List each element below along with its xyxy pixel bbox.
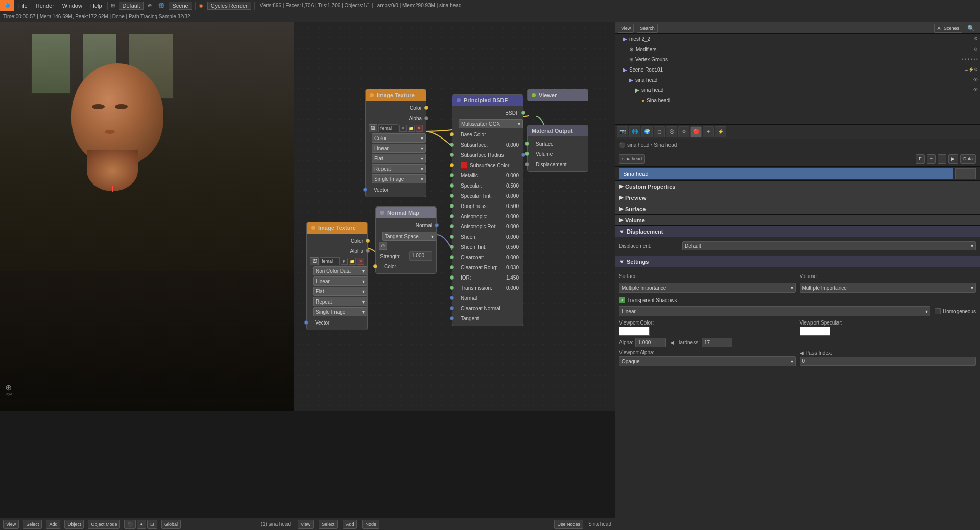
node-editor-panel[interactable]: Image Texture Color Alpha 🖼 femal F 📁 ✕ [294, 22, 615, 411]
node-2-f-btn[interactable]: F [341, 258, 348, 265]
props-mat-type-btn[interactable]: sina head [619, 154, 645, 164]
node-nm-tangent-dropdown-row[interactable]: Tangent Space▾ [379, 232, 433, 241]
section-custom-props[interactable]: ▶ Custom Properties [615, 181, 980, 192]
node-2-repeat-dropdown-row[interactable]: Repeat▾ [310, 297, 364, 306]
node-2-linear-dropdown[interactable]: Linear▾ [313, 276, 367, 286]
add-menu[interactable]: Add [46, 520, 60, 529]
node-1-f-btn[interactable]: F [399, 125, 407, 132]
node-1-color-dropdown-row[interactable]: Color▾ [369, 133, 423, 143]
node-nm-strength-input[interactable]: 1.000 [409, 251, 432, 261]
node-1-close-btn[interactable]: ✕ [416, 125, 423, 132]
node-1-singleimage-dropdown[interactable]: Single Image▾ [372, 174, 426, 183]
node-2-singleimage-dropdown[interactable]: Single Image▾ [313, 307, 367, 316]
settings-pi-input[interactable]: 0 [800, 357, 976, 366]
section-preview[interactable]: ▶ Preview [615, 192, 980, 203]
settings-vp-specular-swatch[interactable] [800, 327, 830, 336]
props-mat-f-btn[interactable]: F [916, 154, 925, 164]
settings-linear-dropdown[interactable]: Linear ▾ [619, 306, 930, 316]
node-1-file-name[interactable]: femal [378, 124, 398, 132]
menu-help[interactable]: Help [86, 0, 106, 11]
settings-alpha-input[interactable]: 1.000 [635, 338, 666, 347]
props-icon-physics[interactable]: ⚡ [715, 126, 726, 137]
node-material-output[interactable]: Material Output Surface Volume Displacem… [527, 125, 588, 172]
props-icon-object[interactable]: ◻ [654, 126, 665, 137]
node-1-repeat-dropdown[interactable]: Repeat▾ [372, 164, 426, 173]
node-nm-tangent-dropdown[interactable]: Tangent Space▾ [382, 232, 436, 241]
node-nm-strength-row[interactable]: Strength: 1.000 [376, 251, 436, 261]
node-2-noncolor-dropdown-row[interactable]: Non Color Data▾ [310, 266, 364, 275]
node-bsdf-dropdown-row[interactable]: Multiscatter GGX▾ [456, 119, 520, 128]
node-1-open-btn[interactable]: 📁 [408, 125, 415, 132]
props-data-btn[interactable]: Data [960, 154, 976, 164]
menu-file[interactable]: File [14, 0, 32, 11]
node-1-flat-dropdown-row[interactable]: Flat▾ [369, 154, 423, 163]
outliner-search-btn[interactable]: Search [637, 24, 658, 33]
section-surface[interactable]: ▶ Surface [615, 203, 980, 215]
outliner-scenes-dropdown[interactable]: All Scenes [934, 24, 962, 33]
node-view-menu[interactable]: View [298, 520, 314, 529]
outliner-item-vertexgroups[interactable]: ⊞ Vertex Groups • • • • • • [615, 54, 980, 64]
props-material-name[interactable]: Sina head [619, 168, 953, 179]
view-menu[interactable]: View [3, 520, 19, 529]
workspace-dropdown[interactable]: Default [119, 2, 144, 10]
node-usenode-btn[interactable]: Use Nodes [554, 520, 583, 529]
node-2-repeat-dropdown[interactable]: Repeat▾ [313, 297, 367, 306]
node-2-file-name[interactable]: femal [320, 257, 340, 265]
node-2-singleimage-dropdown-row[interactable]: Single Image▾ [310, 307, 364, 316]
outliner-item-sceneroot[interactable]: ▶ Scene Root.01 ☁⚡⚙ [615, 64, 980, 75]
node-2-flat-dropdown-row[interactable]: Flat▾ [310, 287, 364, 296]
node-2-open-btn[interactable]: 📁 [349, 258, 356, 265]
settings-vp-color-swatch[interactable] [619, 327, 650, 336]
node-principled-bsdf[interactable]: Principled BSDF BSDF Multiscatter GGX▾ B… [452, 94, 523, 326]
props-icon-render[interactable]: 📷 [617, 126, 628, 137]
settings-va-dropdown[interactable]: Opaque ▾ [619, 356, 796, 366]
node-1-repeat-dropdown-row[interactable]: Repeat▾ [369, 164, 423, 173]
menu-window[interactable]: Window [58, 0, 86, 11]
props-icon-modifiers[interactable]: ⚙ [678, 126, 689, 137]
section-settings[interactable]: ▼ Settings [615, 256, 980, 267]
outliner-item-sinahead2[interactable]: ▶ sina head 👁 [615, 85, 980, 95]
node-1-flat-dropdown[interactable]: Flat▾ [372, 154, 426, 163]
settings-hardness-input[interactable]: 17 [702, 338, 732, 347]
node-viewer[interactable]: Viewer [527, 89, 588, 101]
object-mode-btn[interactable]: Object Mode [88, 520, 120, 529]
props-icon-material[interactable]: 🔴 [690, 126, 702, 137]
select-menu[interactable]: Select [23, 520, 42, 529]
menu-render[interactable]: Render [32, 0, 58, 11]
props-mat-plus-btn[interactable]: + [927, 154, 936, 164]
settings-surface-value[interactable]: Multiple Importance ▾ [619, 283, 796, 293]
props-icon-constraints[interactable]: ⛓ [666, 126, 677, 137]
props-mat-minus-btn[interactable]: – [938, 154, 946, 164]
node-1-linear-dropdown[interactable]: Linear▾ [372, 144, 426, 153]
node-2-close-btn[interactable]: ✕ [357, 258, 364, 265]
node-select-menu[interactable]: Select [319, 520, 338, 529]
node-bsdf-dropdown[interactable]: Multiscatter GGX▾ [459, 119, 523, 128]
node-1-file-icon[interactable]: 🖼 [369, 124, 377, 132]
props-icon-scene[interactable]: 🌐 [629, 126, 640, 137]
node-1-color-dropdown[interactable]: Color▾ [372, 133, 426, 143]
outliner-search-icon[interactable]: 🔍 [965, 25, 977, 32]
global-btn[interactable]: Global [161, 520, 181, 529]
props-icon-particles[interactable]: ✦ [703, 126, 714, 137]
section-volume[interactable]: ▶ Volume [615, 215, 980, 226]
props-mat-arrow-btn[interactable]: ▶ [948, 154, 958, 164]
node-node-menu[interactable]: Node [362, 520, 379, 529]
viewport-icon-1[interactable]: ⚫ [124, 520, 136, 529]
node-image-texture-1[interactable]: Image Texture Color Alpha 🖼 femal F 📁 ✕ [365, 89, 426, 197]
outliner-item-mesh2[interactable]: ▶ mesh2_2 ⚙ [615, 34, 980, 44]
prop-displacement-value[interactable]: Default ▾ [682, 241, 976, 250]
node-add-menu[interactable]: Add [343, 520, 357, 529]
node-2-file-icon[interactable]: 🖼 [310, 257, 319, 265]
node-2-flat-dropdown[interactable]: Flat▾ [313, 287, 367, 296]
scene-dropdown[interactable]: Scene [169, 2, 192, 10]
viewport-icon-2[interactable]: ● [137, 520, 146, 529]
settings-homogeneous-checkbox[interactable] [935, 308, 941, 314]
node-image-texture-2[interactable]: Image Texture Color Alpha 🖼 femal F 📁 ✕ [306, 222, 368, 330]
node-1-singleimage-dropdown-row[interactable]: Single Image▾ [369, 174, 423, 183]
settings-transparent-checkbox[interactable]: ✓ [619, 297, 625, 303]
settings-volume-value[interactable]: Multiple Importance ▾ [800, 283, 976, 293]
viewport-icon-3[interactable]: ⊡ [147, 520, 157, 529]
node-1-linear-dropdown-row[interactable]: Linear▾ [369, 144, 423, 153]
outliner-item-sinahead1[interactable]: ▶ sina head 👁 [615, 75, 980, 85]
engine-dropdown[interactable]: Cycles Render [207, 2, 251, 10]
